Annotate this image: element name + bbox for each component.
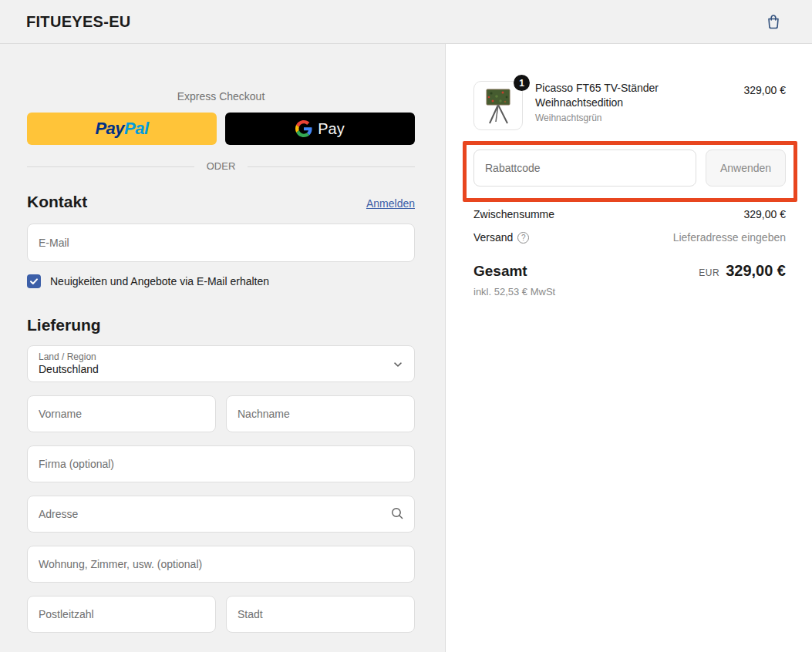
first-name-field[interactable] — [27, 395, 216, 432]
product-title: Picasso FT65 TV-Ständer Weihnachtseditio… — [535, 81, 717, 110]
subtotal-value: 329,00 € — [744, 208, 787, 220]
help-icon[interactable]: ? — [517, 232, 529, 244]
divider-line — [27, 166, 194, 167]
shipping-row: Versand ? Lieferadresse eingeben — [473, 231, 786, 244]
checkout-body: Express Checkout PayPal Pay ODER — [0, 44, 812, 652]
express-checkout-label: Express Checkout — [27, 90, 415, 103]
discount-row: Anwenden — [473, 150, 786, 187]
order-summary-panel: 1 Picasso FT65 TV-Ständer Weihnachtsedit… — [445, 44, 812, 652]
currency-code: EUR — [699, 267, 719, 278]
company-field[interactable] — [27, 445, 415, 482]
store-logo[interactable]: FITUEYES-EU — [26, 13, 131, 31]
address-field-wrap — [27, 496, 415, 533]
product-variant: Weihnachtsgrün — [535, 112, 717, 125]
country-select[interactable]: Land / Region Deutschland — [27, 345, 415, 382]
address2-field[interactable] — [27, 546, 415, 583]
tv-stand-image — [481, 86, 515, 126]
city-field[interactable] — [226, 596, 415, 633]
google-pay-button[interactable]: Pay — [225, 113, 415, 145]
zip-field[interactable] — [27, 596, 216, 633]
paypal-button[interactable]: PayPal — [27, 113, 217, 145]
chevron-down-icon — [393, 359, 403, 372]
cart-button[interactable] — [761, 9, 786, 34]
totals-section: Zwischensumme 329,00 € Versand ? Liefera… — [473, 208, 786, 297]
divider-line — [248, 166, 415, 167]
or-divider: ODER — [27, 160, 415, 173]
address2-field-wrap — [27, 546, 415, 583]
address-field[interactable] — [27, 496, 415, 533]
gpay-label: Pay — [318, 120, 344, 138]
login-link[interactable]: Anmelden — [366, 197, 415, 210]
divider-label: ODER — [207, 160, 236, 173]
shipping-heading: Lieferung — [27, 316, 415, 334]
checkout-header: FITUEYES-EU — [0, 0, 812, 44]
company-field-wrap — [27, 445, 415, 482]
product-thumbnail-wrap: 1 — [473, 81, 523, 130]
country-select-label: Land / Region — [39, 351, 383, 362]
shipping-label: Versand — [473, 231, 513, 244]
google-g-icon — [295, 120, 312, 137]
checkmark-icon — [29, 277, 39, 286]
product-price: 329,00 € — [744, 81, 787, 96]
email-field[interactable] — [27, 223, 415, 262]
total-value: 329,00 € — [726, 262, 786, 280]
discount-code-input[interactable] — [473, 150, 696, 187]
contact-heading: Kontakt — [27, 193, 87, 211]
tax-note: inkl. 52,53 € MwSt — [473, 286, 786, 297]
paypal-logo: PayPal — [95, 119, 148, 139]
quantity-badge: 1 — [514, 75, 530, 91]
checkout-form-panel: Express Checkout PayPal Pay ODER — [0, 44, 445, 652]
last-name-field[interactable] — [226, 395, 415, 432]
total-label: Gesamt — [473, 263, 527, 280]
cart-line-item: 1 Picasso FT65 TV-Ständer Weihnachtsedit… — [473, 81, 786, 130]
shopping-bag-icon — [764, 12, 783, 31]
grand-total-row: Gesamt EUR 329,00 € — [473, 262, 786, 280]
express-payment-buttons: PayPal Pay — [27, 113, 415, 145]
newsletter-label: Neuigkeiten und Angebote via E-Mail erha… — [50, 275, 269, 287]
shipping-value: Lieferadresse eingeben — [673, 231, 786, 244]
newsletter-checkbox[interactable] — [27, 274, 41, 288]
product-info: Picasso FT65 TV-Ständer Weihnachtseditio… — [535, 81, 717, 125]
name-fields-row — [27, 395, 415, 432]
newsletter-optin-row: Neuigkeiten und Angebote via E-Mail erha… — [27, 274, 415, 288]
subtotal-label: Zwischensumme — [473, 208, 554, 220]
subtotal-row: Zwischensumme 329,00 € — [473, 208, 786, 220]
contact-section-header: Kontakt Anmelden — [27, 193, 415, 211]
zip-city-row — [27, 596, 415, 633]
apply-discount-button[interactable]: Anwenden — [706, 150, 786, 187]
country-select-value: Deutschland — [39, 362, 383, 376]
